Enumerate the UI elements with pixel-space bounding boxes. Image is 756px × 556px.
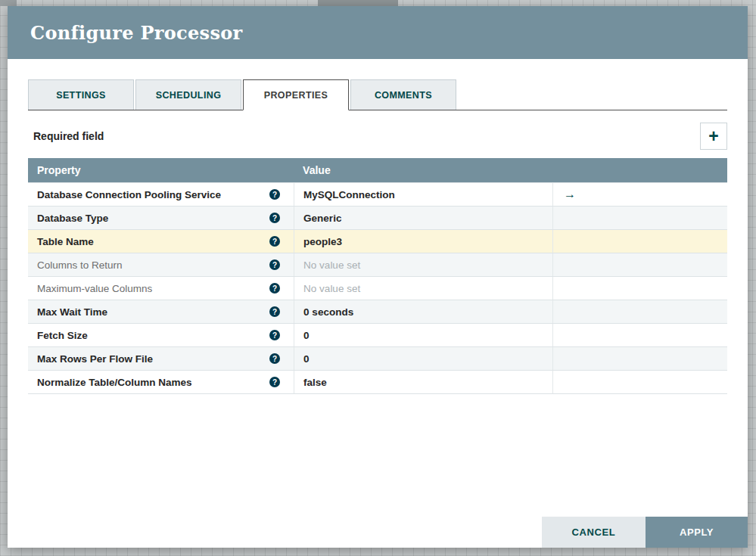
tab-scheduling[interactable]: SCHEDULING bbox=[135, 79, 241, 110]
property-value-cell[interactable]: No value set bbox=[294, 253, 552, 276]
property-name: Normalize Table/Column Names bbox=[37, 377, 192, 388]
property-value-cell[interactable]: No value set bbox=[294, 277, 552, 300]
table-row[interactable]: Columns to Return ? No value set bbox=[28, 253, 727, 276]
property-name-cell: Fetch Size ? bbox=[28, 324, 294, 346]
cancel-button[interactable]: CANCEL bbox=[542, 517, 646, 548]
property-action-cell bbox=[552, 277, 727, 300]
column-header-value: Value bbox=[294, 164, 552, 176]
property-value: false bbox=[303, 377, 327, 388]
column-header-property: Property bbox=[28, 164, 294, 176]
table-row[interactable]: Normalize Table/Column Names ? false bbox=[28, 370, 727, 393]
property-value: MySQLConnection bbox=[303, 189, 395, 200]
tab-properties[interactable]: PROPERTIES bbox=[243, 79, 349, 110]
property-name: Table Name bbox=[37, 236, 94, 247]
tab-settings[interactable]: SETTINGS bbox=[28, 79, 134, 110]
table-row[interactable]: Table Name ? people3 bbox=[28, 229, 727, 253]
property-value-cell[interactable]: false bbox=[294, 371, 552, 393]
help-icon[interactable]: ? bbox=[269, 330, 280, 340]
property-name: Fetch Size bbox=[37, 330, 88, 341]
property-action-cell bbox=[552, 230, 727, 253]
help-icon[interactable]: ? bbox=[269, 283, 280, 294]
property-name: Max Wait Time bbox=[37, 306, 107, 318]
property-name: Database Connection Pooling Service bbox=[37, 189, 221, 200]
go-to-service-arrow-icon[interactable]: → bbox=[564, 188, 576, 201]
properties-subheader: Required field + bbox=[28, 123, 727, 150]
tab-scheduling-label: SCHEDULING bbox=[156, 90, 222, 101]
tab-properties-label: PROPERTIES bbox=[264, 90, 328, 101]
property-name-cell: Database Type ? bbox=[28, 207, 294, 229]
tab-bar: SETTINGS SCHEDULING PROPERTIES COMMENTS bbox=[28, 79, 727, 110]
property-value: 0 bbox=[303, 353, 310, 365]
dialog-header: Configure Processor bbox=[8, 6, 748, 59]
property-value-cell[interactable]: Generic bbox=[294, 207, 552, 229]
property-name-cell: Maximum-value Columns ? bbox=[28, 277, 294, 300]
table-row[interactable]: Max Rows Per Flow File ? 0 bbox=[28, 346, 727, 370]
property-value-cell[interactable]: 0 bbox=[294, 347, 552, 370]
property-action-cell bbox=[552, 253, 727, 276]
apply-button[interactable]: APPLY bbox=[646, 517, 748, 548]
background-toolbar-fragment bbox=[318, 0, 398, 6]
property-value: 0 seconds bbox=[303, 306, 353, 318]
property-action-cell: → bbox=[552, 183, 727, 206]
help-icon[interactable]: ? bbox=[269, 377, 280, 387]
help-icon[interactable]: ? bbox=[269, 353, 280, 364]
property-name: Columns to Return bbox=[37, 259, 123, 271]
table-row[interactable]: Max Wait Time ? 0 seconds bbox=[28, 300, 727, 323]
property-name-cell: Max Wait Time ? bbox=[28, 300, 294, 323]
property-value-cell[interactable]: MySQLConnection bbox=[294, 183, 552, 206]
property-name-cell: Database Connection Pooling Service ? bbox=[28, 183, 294, 206]
property-value: Generic bbox=[303, 213, 341, 224]
property-name-cell: Columns to Return ? bbox=[28, 253, 294, 276]
property-value-cell[interactable]: people3 bbox=[294, 230, 552, 253]
property-action-cell bbox=[552, 347, 727, 370]
table-row[interactable]: Fetch Size ? 0 bbox=[28, 323, 727, 346]
help-icon[interactable]: ? bbox=[269, 213, 280, 223]
plus-icon: + bbox=[708, 128, 718, 145]
tab-comments[interactable]: COMMENTS bbox=[350, 79, 456, 110]
table-header-row: Property Value bbox=[28, 158, 727, 182]
tab-comments-label: COMMENTS bbox=[375, 90, 432, 101]
background-canvas-fragment bbox=[0, 0, 17, 6]
table-row[interactable]: Database Type ? Generic bbox=[28, 206, 727, 229]
help-icon[interactable]: ? bbox=[269, 259, 280, 270]
property-value-cell[interactable]: 0 seconds bbox=[294, 300, 552, 323]
help-icon[interactable]: ? bbox=[269, 306, 280, 317]
table-row[interactable]: Database Connection Pooling Service ? My… bbox=[28, 182, 727, 206]
property-name: Maximum-value Columns bbox=[37, 283, 152, 294]
property-value: No value set bbox=[303, 283, 360, 294]
property-name-cell: Table Name ? bbox=[28, 230, 294, 253]
help-icon[interactable]: ? bbox=[269, 189, 280, 200]
dialog-body: SETTINGS SCHEDULING PROPERTIES COMMENTS … bbox=[8, 59, 748, 548]
property-name-cell: Normalize Table/Column Names ? bbox=[28, 371, 294, 393]
property-action-cell bbox=[552, 300, 727, 323]
required-field-label: Required field bbox=[28, 130, 104, 142]
tab-settings-label: SETTINGS bbox=[56, 90, 106, 101]
property-value: people3 bbox=[303, 236, 342, 247]
property-name: Database Type bbox=[37, 213, 108, 224]
property-name: Max Rows Per Flow File bbox=[37, 353, 153, 365]
property-value: 0 bbox=[303, 330, 310, 341]
dialog-footer: CANCEL APPLY bbox=[542, 517, 748, 548]
property-name-cell: Max Rows Per Flow File ? bbox=[28, 347, 294, 370]
configure-processor-dialog: Configure Processor SETTINGS SCHEDULING … bbox=[8, 6, 748, 548]
table-row[interactable]: Maximum-value Columns ? No value set bbox=[28, 276, 727, 300]
property-action-cell bbox=[552, 371, 727, 393]
help-icon[interactable]: ? bbox=[269, 236, 280, 247]
property-value: No value set bbox=[303, 259, 360, 271]
dialog-title: Configure Processor bbox=[8, 22, 242, 44]
property-value-cell[interactable]: 0 bbox=[294, 324, 552, 346]
add-property-button[interactable]: + bbox=[700, 123, 727, 150]
properties-table: Property Value Database Connection Pooli… bbox=[28, 158, 727, 394]
property-action-cell bbox=[552, 207, 727, 229]
property-action-cell bbox=[552, 324, 727, 346]
